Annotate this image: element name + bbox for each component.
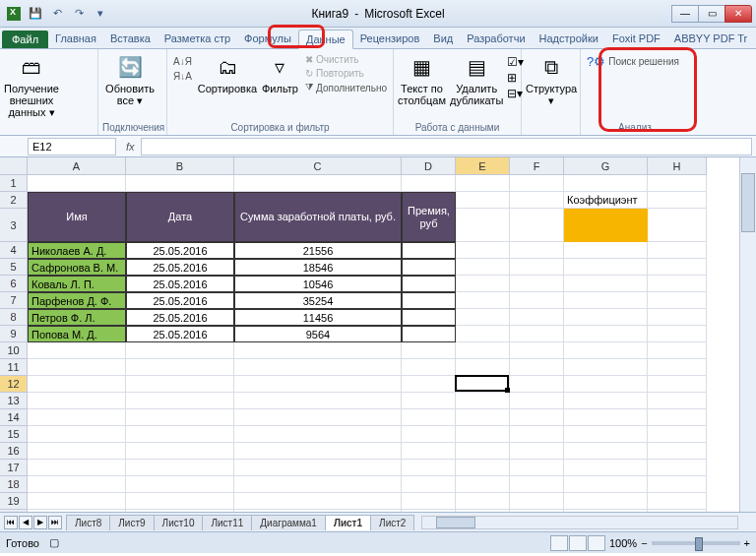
cell-A13[interactable]	[28, 393, 126, 409]
cell-E8[interactable]	[456, 309, 510, 326]
cell-G11[interactable]	[564, 359, 648, 376]
save-icon[interactable]: 💾	[26, 4, 45, 24]
cell-A18[interactable]	[28, 476, 126, 493]
macro-record-icon[interactable]: ▢	[49, 536, 59, 549]
ribbon-tab-формулы[interactable]: Формулы	[237, 30, 298, 48]
cell-E6[interactable]	[456, 276, 510, 292]
cell-D6[interactable]	[402, 276, 456, 292]
redo-icon[interactable]: ↷	[69, 4, 89, 24]
cell-E14[interactable]	[456, 409, 510, 426]
cell-G4[interactable]	[564, 242, 648, 259]
cell-G18[interactable]	[564, 476, 648, 493]
fx-icon[interactable]: fx	[120, 141, 141, 153]
filter-button[interactable]: ▿ Фильтр	[261, 51, 299, 94]
sheet-tab-Лист11[interactable]: Лист11	[202, 515, 252, 530]
cell-H7[interactable]	[648, 292, 707, 309]
row-header-15[interactable]: 15	[0, 426, 28, 443]
clear-filter-button[interactable]: ✖Очистить	[303, 53, 389, 66]
sort-asc-button[interactable]: А↓Я	[171, 55, 194, 68]
remove-duplicates-button[interactable]: ▤ Удалить дубликаты	[450, 51, 503, 106]
cell-F19[interactable]	[510, 493, 564, 510]
row-header-8[interactable]: 8	[0, 309, 28, 326]
cell-D18[interactable]	[402, 476, 456, 493]
cell-D13[interactable]	[402, 393, 456, 409]
cell-F2[interactable]	[510, 192, 564, 209]
sheet-tab-Лист1[interactable]: Лист1	[325, 515, 371, 530]
cell-C6[interactable]: 10546	[234, 276, 402, 292]
cell-A8[interactable]: Петров Ф. Л.	[28, 309, 126, 326]
cell-A9[interactable]: Попова М. Д.	[28, 326, 126, 342]
cell-D1[interactable]	[402, 175, 456, 192]
cell-G15[interactable]	[564, 426, 648, 443]
cell-C20[interactable]	[234, 510, 402, 512]
cell-E12[interactable]	[456, 376, 510, 393]
cell-H17[interactable]	[648, 460, 707, 476]
row-header-14[interactable]: 14	[0, 409, 28, 426]
cell-E1[interactable]	[456, 175, 510, 192]
cell-B9[interactable]: 25.05.2016	[126, 326, 234, 342]
row-header-10[interactable]: 10	[0, 342, 28, 359]
cell-G14[interactable]	[564, 409, 648, 426]
cell-A2[interactable]: Имя	[28, 192, 126, 242]
cell-A10[interactable]	[28, 342, 126, 359]
row-header-18[interactable]: 18	[0, 476, 28, 493]
cell-C7[interactable]: 35254	[234, 292, 402, 309]
ribbon-tab-данные[interactable]: Данные	[298, 30, 353, 49]
formula-input[interactable]	[141, 138, 752, 155]
zoom-out-button[interactable]: −	[641, 537, 647, 549]
cell-B6[interactable]: 25.05.2016	[126, 276, 234, 292]
cell-F8[interactable]	[510, 309, 564, 326]
cell-B5[interactable]: 25.05.2016	[126, 259, 234, 276]
cell-E2[interactable]	[456, 192, 510, 209]
cell-E7[interactable]	[456, 292, 510, 309]
ribbon-tab-foxit pdf[interactable]: Foxit PDF	[605, 30, 667, 48]
ribbon-tab-рецензиров[interactable]: Рецензиров	[353, 30, 427, 48]
cell-H4[interactable]	[648, 242, 707, 259]
sheet-nav-next-icon[interactable]: ▶	[33, 516, 47, 529]
cell-B7[interactable]: 25.05.2016	[126, 292, 234, 309]
cell-F6[interactable]	[510, 276, 564, 292]
cell-H9[interactable]	[648, 326, 707, 342]
ribbon-tab-надстройки[interactable]: Надстройки	[533, 30, 605, 48]
cell-B20[interactable]	[126, 510, 234, 512]
cell-F3[interactable]	[510, 209, 564, 242]
cell-G8[interactable]	[564, 309, 648, 326]
cell-H8[interactable]	[648, 309, 707, 326]
cell-F12[interactable]	[510, 376, 564, 393]
cell-D5[interactable]	[402, 259, 456, 276]
cell-C2[interactable]: Сумма заработной платы, руб.	[234, 192, 402, 242]
cell-H10[interactable]	[648, 342, 707, 359]
col-header-E[interactable]: E	[456, 157, 510, 175]
cell-A17[interactable]	[28, 460, 126, 476]
cell-G13[interactable]	[564, 393, 648, 409]
cell-C8[interactable]: 11456	[234, 309, 402, 326]
cell-B17[interactable]	[126, 460, 234, 476]
horizontal-scrollbar[interactable]	[421, 516, 738, 529]
cell-G16[interactable]	[564, 443, 648, 460]
sheet-nav-prev-icon[interactable]: ◀	[19, 516, 32, 529]
cell-F18[interactable]	[510, 476, 564, 493]
sheet-tab-Лист9[interactable]: Лист9	[109, 515, 154, 530]
row-header-1[interactable]: 1	[0, 175, 28, 192]
cell-E9[interactable]	[456, 326, 510, 342]
sheet-tab-Лист8[interactable]: Лист8	[66, 515, 110, 530]
cell-C11[interactable]	[234, 359, 402, 376]
cell-D16[interactable]	[402, 443, 456, 460]
ribbon-tab-разметка стр[interactable]: Разметка стр	[158, 30, 237, 48]
vertical-scrollbar[interactable]	[739, 157, 756, 512]
cell-G1[interactable]	[564, 175, 648, 192]
cell-D4[interactable]	[402, 242, 456, 259]
select-all-triangle[interactable]	[0, 157, 28, 175]
cell-F20[interactable]	[510, 510, 564, 512]
cell-G5[interactable]	[564, 259, 648, 276]
ribbon-tab-вид[interactable]: Вид	[426, 30, 460, 48]
cell-C15[interactable]	[234, 426, 402, 443]
cell-F9[interactable]	[510, 326, 564, 342]
cell-G12[interactable]	[564, 376, 648, 393]
refresh-all-button[interactable]: 🔄 Обновить все ▾	[102, 51, 158, 106]
cell-F5[interactable]	[510, 259, 564, 276]
cell-H18[interactable]	[648, 476, 707, 493]
sheet-nav-first-icon[interactable]: ⏮	[4, 516, 18, 529]
row-header-11[interactable]: 11	[0, 359, 28, 376]
row-headers[interactable]: 1234567891011121314151617181920	[0, 175, 28, 512]
